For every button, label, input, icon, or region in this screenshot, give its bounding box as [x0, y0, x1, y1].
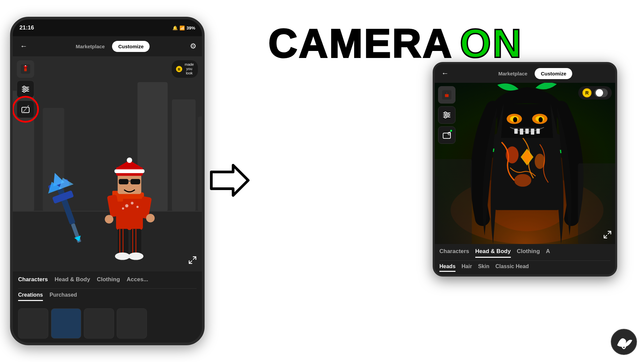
right-main-area: R — [435, 83, 615, 244]
svg-rect-87 — [435, 159, 472, 244]
svg-point-102 — [444, 116, 446, 118]
filters-button[interactable] — [17, 80, 34, 98]
right-tab-a[interactable]: A — [546, 248, 550, 258]
svg-point-10 — [131, 202, 133, 204]
expand-button[interactable] — [188, 255, 197, 267]
right-tab-customize[interactable]: Customize — [535, 68, 572, 79]
status-icons: 🔔 📶 39% — [172, 25, 195, 31]
right-sub-tab-hair[interactable]: Hair — [462, 263, 472, 272]
svg-point-25 — [105, 215, 113, 224]
signal-icon: 📶 — [179, 25, 185, 31]
tab-head-body[interactable]: Head & Body — [55, 276, 90, 285]
sub-tab-creations[interactable]: Creations — [18, 292, 43, 301]
right-side-toolbar — [438, 86, 455, 144]
tab-accessories[interactable]: Acces... — [127, 276, 148, 285]
tab-clothing[interactable]: Clothing — [97, 276, 120, 285]
settings-button[interactable]: ⚙ — [190, 42, 197, 51]
svg-point-47 — [25, 65, 26, 66]
left-side-toolbar — [17, 60, 34, 118]
right-sub-tab-skin[interactable]: Skin — [478, 263, 489, 272]
toggle-knob — [596, 89, 603, 97]
svg-rect-41 — [71, 223, 81, 243]
svg-rect-83 — [531, 129, 534, 135]
svg-rect-16 — [119, 179, 128, 184]
svg-rect-93 — [445, 94, 449, 97]
nav-tabs: Marketplace Customize — [34, 41, 186, 52]
svg-point-78 — [513, 117, 518, 122]
item-thumb-4[interactable] — [117, 308, 147, 339]
right-tab-clothing[interactable]: Clothing — [517, 248, 540, 258]
items-preview-row — [18, 304, 197, 343]
on-word: ON — [460, 20, 523, 66]
camera-word: CAMERA — [268, 20, 453, 66]
svg-point-94 — [446, 92, 447, 94]
right-nav-bar: ← Marketplace Customize — [435, 64, 615, 83]
left-nav-bar: ← Marketplace Customize ⚙ — [13, 36, 202, 56]
item-thumb-3[interactable] — [84, 308, 114, 339]
notification-icon: 🔔 — [172, 25, 178, 31]
svg-point-101 — [447, 114, 449, 116]
avatar-thumbnail-button[interactable] — [17, 60, 34, 78]
tab-customize[interactable]: Customize — [112, 41, 150, 52]
svg-rect-80 — [514, 129, 518, 134]
back-button[interactable]: ← — [18, 40, 30, 53]
svg-rect-22 — [114, 169, 145, 173]
svg-rect-4 — [172, 99, 196, 211]
phone-right: ← Marketplace Customize — [433, 62, 617, 277]
svg-point-49 — [26, 68, 26, 68]
svg-point-53 — [23, 86, 25, 88]
right-back-button[interactable]: ← — [439, 67, 451, 80]
battery-icon: 39% — [186, 25, 195, 31]
svg-marker-62 — [211, 165, 248, 195]
svg-point-70 — [514, 174, 531, 187]
svg-point-100 — [444, 112, 446, 114]
svg-rect-45 — [24, 68, 27, 71]
camera-on-indicator — [450, 129, 452, 132]
phone-left: 21:16 🔔 📶 39% ← Marketplace Customize ⚙ — [10, 17, 205, 345]
camera-button[interactable] — [17, 101, 34, 118]
tab-marketplace[interactable]: Marketplace — [70, 41, 111, 52]
sub-tabs-row: Creations Purchased — [18, 289, 197, 304]
svg-rect-84 — [536, 129, 540, 134]
character-scene-bg — [435, 83, 615, 244]
scene: 21:16 🔔 📶 39% ← Marketplace Customize ⚙ — [0, 0, 644, 362]
status-bar: 21:16 🔔 📶 39% — [13, 19, 202, 36]
item-thumb-2[interactable] — [51, 308, 81, 339]
svg-rect-81 — [520, 129, 523, 135]
right-main-tabs-row: Characters Head & Body Clothing A — [439, 244, 610, 261]
tab-characters[interactable]: Characters — [18, 276, 48, 285]
robux-badge: R madeyoulook — [172, 60, 198, 78]
right-sub-tabs-row: Heads Hair Skin Classic Head — [439, 261, 610, 275]
arrow-indicator — [208, 162, 252, 200]
sub-tab-purchased[interactable]: Purchased — [50, 292, 77, 301]
svg-point-79 — [539, 117, 543, 122]
svg-point-69 — [535, 154, 545, 169]
right-robux-badge: R — [578, 86, 612, 100]
right-camera-button[interactable] — [438, 126, 455, 144]
right-filters-button[interactable] — [438, 106, 455, 124]
svg-point-26 — [146, 214, 155, 223]
item-thumb-1[interactable] — [18, 308, 48, 339]
camera-button-wrapper — [17, 101, 34, 118]
svg-rect-89 — [435, 176, 438, 244]
left-main-area: R madeyoulook — [13, 56, 202, 272]
right-sub-tab-heads[interactable]: Heads — [439, 263, 455, 272]
svg-text:R: R — [585, 90, 589, 96]
right-tab-characters[interactable]: Characters — [439, 248, 469, 258]
right-bottom-tabs: Characters Head & Body Clothing A Heads … — [435, 244, 615, 275]
svg-rect-103 — [443, 133, 450, 138]
svg-point-11 — [137, 206, 139, 208]
right-nav-tabs: Marketplace Customize — [454, 68, 610, 79]
right-sub-tab-classic-head[interactable]: Classic Head — [495, 263, 529, 272]
right-tab-marketplace[interactable]: Marketplace — [492, 68, 534, 79]
svg-rect-5 — [198, 117, 202, 211]
svg-point-48 — [24, 68, 25, 68]
right-tab-head-body[interactable]: Head & Body — [475, 248, 511, 258]
camera-on-title: CAMERA ON — [268, 20, 523, 66]
right-expand-button[interactable] — [603, 230, 612, 241]
svg-text:R: R — [178, 67, 180, 71]
svg-line-57 — [22, 106, 29, 113]
left-bottom-tabs: Characters Head & Body Clothing Acces...… — [13, 272, 202, 343]
svg-rect-17 — [130, 179, 140, 184]
right-avatar-thumbnail[interactable] — [438, 86, 455, 104]
